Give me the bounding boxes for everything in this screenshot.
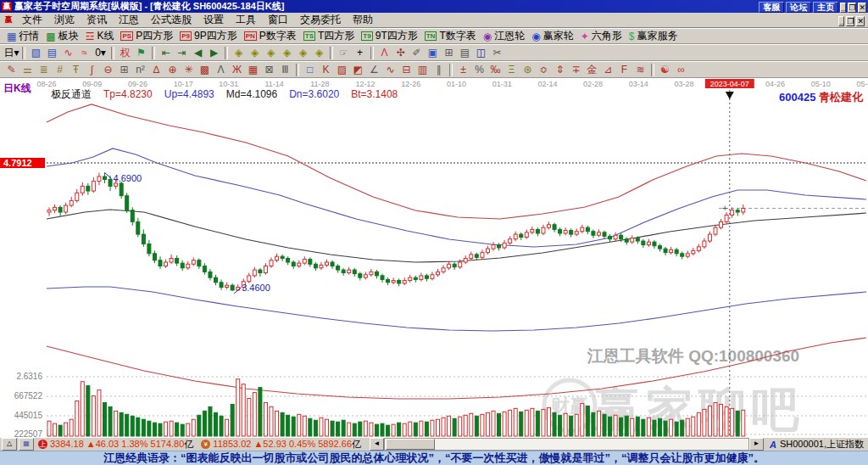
draw-trend-steps[interactable]: ≋ — [632, 63, 648, 76]
tool-zoom-left[interactable]: ◈ — [231, 46, 247, 59]
draw-wave-infinity[interactable]: ∞ — [673, 63, 689, 76]
current-symbol-box[interactable]: A SH000001,上证指数 — [767, 438, 866, 451]
draw-s-curve[interactable]: ∫ — [84, 63, 100, 76]
menu-item-资讯[interactable]: 资讯 — [81, 13, 113, 26]
tool-mini-chart-1[interactable]: ∿ — [60, 46, 76, 59]
scroll-left-arrow[interactable]: ◄ — [370, 438, 384, 451]
draw-rect-tool[interactable]: □ — [302, 63, 318, 76]
tool-last-bar[interactable]: ⇥ — [174, 46, 190, 59]
tool-mini-chart-2[interactable]: ≈ — [76, 46, 92, 59]
draw-balance-line[interactable]: ≎ — [536, 63, 552, 76]
titlebar-link-2[interactable]: 主页 — [813, 2, 838, 13]
draw-dense-grid[interactable]: ▦ — [245, 63, 261, 76]
menu-item-设置[interactable]: 设置 — [198, 13, 230, 26]
tool-prev-bar[interactable]: ◀ — [190, 46, 206, 59]
draw-percent-line[interactable]: % — [471, 63, 487, 76]
draw-grid-box[interactable]: ⊞ — [116, 63, 132, 76]
tool-ruler-tool[interactable]: ✐ — [409, 46, 425, 59]
draw-n-square[interactable]: n² — [132, 63, 148, 76]
draw-taiji[interactable]: ☯ — [657, 63, 673, 76]
draw-peak-mark[interactable]: Λ — [213, 63, 229, 76]
toolbar-button-gann-wheel[interactable]: ◉江恩轮 — [480, 28, 528, 44]
draw-f-line[interactable]: F — [616, 63, 632, 76]
toolbar-button-t-square[interactable]: TST四方形 — [300, 28, 359, 44]
menu-item-帮助[interactable]: 帮助 — [347, 13, 379, 26]
chart-area[interactable]: 日K线 极反通道Tp=4.8230Up=4.4893Md=4.1096Dn=3.… — [0, 78, 868, 437]
draw-shade-grid[interactable]: ▩ — [197, 63, 213, 76]
child-close-button[interactable]: ✕ — [856, 16, 865, 26]
tool-next-bar[interactable]: ▶ — [206, 46, 222, 59]
tool-zoom-v-expand[interactable]: ◈ — [295, 46, 311, 59]
tool-mark-flag[interactable]: ⚑ — [133, 46, 149, 59]
tool-multi-window[interactable]: ▧ — [28, 46, 44, 59]
draw-box-x[interactable]: ⊠ — [261, 63, 277, 76]
scroll-thumb[interactable] — [386, 439, 435, 450]
draw-gold-circle[interactable]: ⊛ — [520, 63, 536, 76]
draw-v-expand-line[interactable]: ⇕ — [552, 63, 568, 76]
draw-fan-lines[interactable]: K — [318, 63, 334, 76]
draw-hline-pair[interactable]: ⚌ — [19, 63, 36, 76]
titlebar-link-1[interactable]: 论坛 — [786, 2, 811, 13]
tool-zoom-right[interactable]: ◈ — [247, 46, 263, 59]
draw-angle-tool[interactable]: ∆ — [148, 63, 164, 76]
draw-bars-mark[interactable]: Ⅲ — [277, 63, 293, 76]
draw-gold-tool[interactable]: 金 — [584, 63, 600, 76]
toolbar-button-9p-square[interactable]: P99P四方形 — [176, 28, 240, 44]
menu-item-江恩[interactable]: 江恩 — [113, 13, 145, 26]
toolbar-button-winner-service[interactable]: $赢家服务 — [626, 28, 682, 44]
tool-zoom-v-shrink[interactable]: ◈ — [311, 46, 327, 59]
tool-screenshot[interactable]: ✂ — [489, 46, 505, 59]
menu-item-工具[interactable]: 工具 — [230, 13, 262, 26]
draw-circle-cross[interactable]: ⊖ — [100, 63, 116, 76]
panel-toggle-button[interactable]: △ — [2, 438, 17, 451]
draw-fill-rect[interactable]: ▨ — [334, 63, 350, 76]
chart-canvas[interactable]: 江恩工具软件 QQ:100800360赢家聊吧财赢2.6316667522445… — [0, 78, 868, 437]
draw-star-burst[interactable]: ✳ — [181, 63, 197, 76]
tool-cross-cursor[interactable]: + — [352, 46, 368, 59]
draw-speed-line[interactable]: ⊿ — [600, 63, 616, 76]
tool-save[interactable]: ◫ — [473, 46, 489, 59]
draw-multi-hline[interactable]: ≣ — [36, 63, 52, 76]
tool-hand-tool[interactable]: ☞ — [336, 46, 352, 59]
tool-zoom-h-shrink[interactable]: ◈ — [279, 46, 295, 59]
draw-gann-circle[interactable]: ⊕ — [164, 63, 181, 76]
child-restore-button[interactable]: ❐ — [846, 16, 854, 26]
draw-parallel-lines[interactable]: ∥ — [431, 63, 447, 76]
toolbar-button-sectors[interactable]: ▩板块 — [42, 28, 81, 44]
menu-item-浏览[interactable]: 浏览 — [48, 13, 81, 26]
draw-angle-line[interactable]: ∠ — [366, 63, 382, 76]
tool-notepad[interactable]: ▤ — [457, 46, 473, 59]
toolbar-button-hexagon[interactable]: ✦六角形 — [577, 28, 626, 44]
menu-item-窗口[interactable]: 窗口 — [262, 13, 294, 26]
menu-item-公式选股[interactable]: 公式选股 — [145, 13, 198, 26]
tool-period-day-dropdown[interactable]: 日▾ — [3, 46, 19, 59]
tool-calculator[interactable]: ⊞ — [441, 46, 457, 59]
menu-item-交易委托[interactable]: 交易委托 — [294, 13, 347, 26]
toolbar-button-p-square[interactable]: PSP四方形 — [117, 28, 176, 44]
tool-wave-tool[interactable]: Λ — [376, 46, 392, 59]
scroll-track[interactable] — [384, 438, 749, 451]
minimize-button[interactable]: _ — [840, 3, 846, 13]
tool-gann-flower[interactable]: ✣ — [392, 46, 409, 59]
close-button[interactable]: ✕ — [858, 3, 866, 13]
draw-zigzag[interactable]: ∿ — [382, 63, 398, 76]
toolbar-button-9t-square[interactable]: T99T四方形 — [358, 28, 420, 44]
market-grid-icon[interactable]: ▦ — [19, 438, 34, 451]
toolbar-button-p-number-table[interactable]: PNP数字表 — [241, 28, 300, 44]
child-minimize-button[interactable]: _ — [838, 16, 844, 26]
draw-t-line[interactable]: Ŧ — [68, 63, 84, 76]
draw-pencil-tool[interactable]: ✎ — [3, 63, 19, 76]
toolbar-button-t-number-table[interactable]: TNT数字表 — [421, 28, 480, 44]
scroll-right-arrow[interactable]: ► — [749, 438, 764, 451]
toolbar-button-winner-wheel[interactable]: ◉赢家轮 — [528, 28, 576, 44]
draw-grid-hash[interactable]: # — [52, 63, 68, 76]
draw-plus-minus[interactable]: ± — [455, 63, 471, 76]
tool-handicap-dropdown[interactable]: 0▾ — [92, 46, 108, 59]
draw-panel-table[interactable]: ▥ — [415, 63, 431, 76]
menu-item-文件[interactable]: 文件 — [16, 13, 48, 26]
horizontal-scrollbar[interactable]: ◄ ► — [370, 439, 764, 451]
tool-ex-rights[interactable]: 权 — [117, 46, 133, 59]
draw-xi-levels[interactable]: Ξ — [504, 63, 520, 76]
draw-minus-plus[interactable]: ∓ — [568, 63, 584, 76]
toolbar-button-kline[interactable]: ☲K线 — [82, 28, 118, 44]
